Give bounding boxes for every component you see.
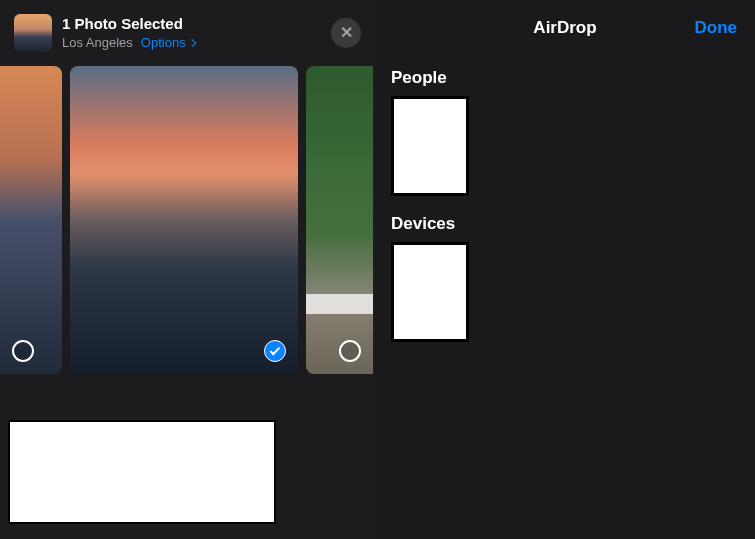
selection-circle-unselected-icon[interactable] (339, 340, 361, 362)
share-header: 1 Photo Selected Los Angeles Options ✕ (0, 0, 375, 66)
done-button[interactable]: Done (695, 18, 738, 38)
close-icon: ✕ (340, 25, 353, 41)
photo-item[interactable] (0, 66, 62, 374)
people-section: People (375, 56, 755, 202)
airdrop-title: AirDrop (533, 18, 596, 38)
photo-item[interactable] (306, 66, 373, 374)
share-location: Los Angeles (62, 35, 133, 52)
devices-section-label: Devices (391, 214, 739, 234)
check-icon (270, 344, 281, 355)
chevron-right-icon (187, 39, 195, 47)
selection-circle-unselected-icon[interactable] (12, 340, 34, 362)
airdrop-person-placeholder[interactable] (391, 96, 469, 196)
devices-section: Devices (375, 202, 755, 348)
options-button[interactable]: Options (141, 35, 195, 52)
photo-item[interactable] (70, 66, 298, 374)
options-label: Options (141, 35, 186, 52)
photo-strip[interactable] (0, 66, 375, 374)
share-title: 1 Photo Selected (62, 15, 331, 33)
close-button[interactable]: ✕ (331, 18, 361, 48)
airdrop-panel: AirDrop Done People Devices (375, 0, 755, 539)
selection-circle-selected-icon[interactable] (264, 340, 286, 362)
share-action-placeholder[interactable] (8, 420, 276, 524)
airdrop-header: AirDrop Done (375, 18, 755, 56)
share-info: 1 Photo Selected Los Angeles Options (62, 15, 331, 52)
share-sheet: 1 Photo Selected Los Angeles Options ✕ (0, 0, 375, 539)
share-subtitle: Los Angeles Options (62, 35, 331, 52)
selected-photo-thumbnail[interactable] (14, 14, 52, 52)
airdrop-device-placeholder[interactable] (391, 242, 469, 342)
people-section-label: People (391, 68, 739, 88)
